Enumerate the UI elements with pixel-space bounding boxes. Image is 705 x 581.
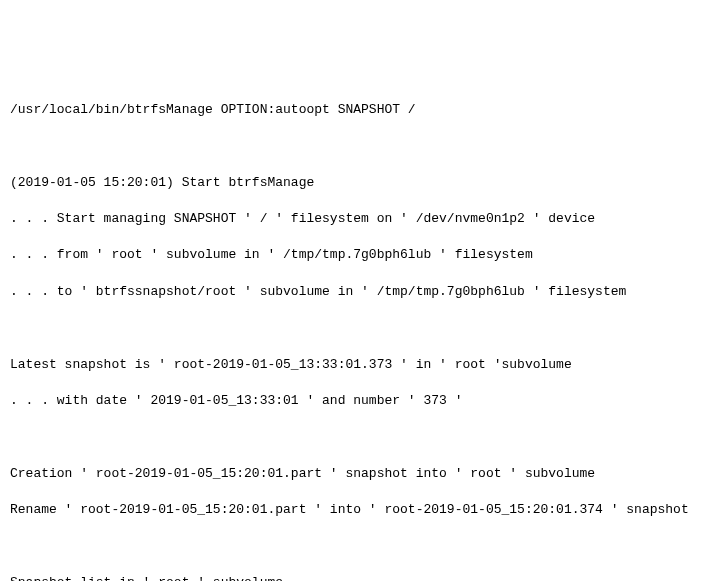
blank-line bbox=[10, 137, 695, 155]
latest-snapshot-line: Latest snapshot is ' root-2019-01-05_13:… bbox=[10, 356, 695, 374]
snapshot-list-header: Snapshot list in ' root ' subvolume bbox=[10, 574, 695, 581]
to-subvolume-line: . . . to ' btrfssnapshot/root ' subvolum… bbox=[10, 283, 695, 301]
command-line: /usr/local/bin/btrfsManage OPTION:autoop… bbox=[10, 101, 695, 119]
from-subvolume-line: . . . from ' root ' subvolume in ' /tmp/… bbox=[10, 246, 695, 264]
rename-line: Rename ' root-2019-01-05_15:20:01.part '… bbox=[10, 501, 695, 519]
start-managing-line: . . . Start managing SNAPSHOT ' / ' file… bbox=[10, 210, 695, 228]
blank-line bbox=[10, 319, 695, 337]
with-date-line: . . . with date ' 2019-01-05_13:33:01 ' … bbox=[10, 392, 695, 410]
start-timestamp: (2019-01-05 15:20:01) Start btrfsManage bbox=[10, 174, 695, 192]
blank-line bbox=[10, 537, 695, 555]
creation-line: Creation ' root-2019-01-05_15:20:01.part… bbox=[10, 465, 695, 483]
terminal-output: /usr/local/bin/btrfsManage OPTION:autoop… bbox=[10, 83, 695, 581]
blank-line bbox=[10, 428, 695, 446]
